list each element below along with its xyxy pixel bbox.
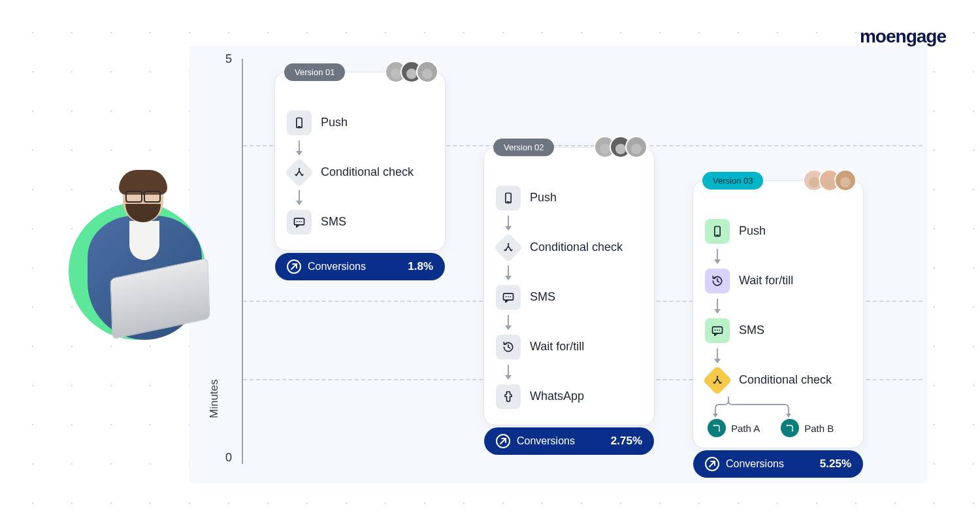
sms-icon <box>705 318 730 343</box>
connector-arrow <box>717 348 718 363</box>
svg-point-25 <box>787 425 789 427</box>
conversion-bar: Conversions 1.8% <box>275 253 445 280</box>
connector-arrow <box>299 141 300 155</box>
svg-point-18 <box>717 329 718 331</box>
svg-point-13 <box>510 296 512 297</box>
flow-step: SMS <box>287 210 433 235</box>
path-label: Path B <box>804 423 834 434</box>
hero-image <box>62 170 219 346</box>
push-icon <box>287 110 312 135</box>
svg-marker-21 <box>713 414 718 418</box>
version-pill: Version 01 <box>284 63 345 81</box>
flow-step: SMS <box>496 285 642 310</box>
flow-step: Conditional check <box>705 368 851 393</box>
svg-point-23 <box>713 425 715 427</box>
step-label: WhatsApp <box>530 389 584 404</box>
connector-arrow <box>508 265 509 280</box>
connector-arrow <box>508 365 509 379</box>
step-label: Conditional check <box>530 240 623 255</box>
flow-step: SMS <box>705 318 851 343</box>
conversion-value: 2.75% <box>611 435 642 448</box>
svg-point-9 <box>508 243 509 244</box>
svg-point-20 <box>717 376 718 377</box>
svg-point-17 <box>715 329 716 331</box>
flow-step: Wait for/till <box>705 269 851 293</box>
flow-step: Conditional check <box>496 235 642 260</box>
step-label: Push <box>321 116 348 130</box>
step-label: Push <box>530 191 557 205</box>
avatar <box>625 136 647 158</box>
connector-arrow <box>508 315 509 329</box>
wait-icon <box>705 269 730 293</box>
conditional-icon <box>284 157 314 187</box>
flow-step: Push <box>496 186 642 210</box>
path-label: Path A <box>731 423 760 434</box>
step-label: Wait for/till <box>530 340 584 354</box>
version-pill: Version 03 <box>702 172 763 190</box>
step-label: Wait for/till <box>739 274 793 288</box>
sms-icon <box>496 285 521 310</box>
svg-point-26 <box>792 430 794 432</box>
step-label: SMS <box>321 215 346 229</box>
conditional-icon <box>493 233 523 262</box>
path-icon <box>781 419 799 437</box>
path-row: Path A Path B <box>705 415 851 437</box>
arrow-up-right-icon <box>287 259 301 274</box>
push-icon <box>705 219 730 244</box>
flow-steps: PushWait for/tillSMSConditional check Pa… <box>693 210 863 448</box>
path-b: Path B <box>781 419 834 437</box>
flow-step: Wait for/till <box>496 335 642 359</box>
svg-point-5 <box>299 221 300 222</box>
flow-steps: PushConditional checkSMS <box>275 101 445 250</box>
avatar-group <box>600 136 647 158</box>
conversion-label: Conversions <box>726 458 784 470</box>
avatar <box>834 169 857 191</box>
step-label: Conditional check <box>321 165 414 180</box>
y-axis-title: Minutes <box>208 379 221 418</box>
push-icon <box>496 186 521 210</box>
connector-arrow <box>717 299 718 313</box>
svg-marker-22 <box>786 414 791 418</box>
split-connector <box>717 398 821 415</box>
y-axis <box>242 59 243 464</box>
path-icon <box>708 419 726 437</box>
conversion-value: 1.8% <box>408 260 433 273</box>
avatar-group <box>809 169 857 191</box>
avatar <box>416 61 438 83</box>
arrow-up-right-icon <box>496 434 510 448</box>
brand-logo: moengage <box>860 26 946 47</box>
flow-step: Push <box>705 219 851 244</box>
conditional-icon <box>702 365 732 395</box>
svg-point-24 <box>719 430 721 432</box>
flow-steps: PushConditional checkSMSWait for/tillWha… <box>484 176 654 425</box>
version-card-1: Version 01 PushConditional checkSMS Conv… <box>274 72 446 251</box>
svg-point-12 <box>508 296 509 297</box>
conversion-label: Conversions <box>517 435 575 447</box>
arrow-up-right-icon <box>705 457 719 471</box>
conversion-bar: Conversions 2.75% <box>484 427 654 455</box>
svg-point-4 <box>297 221 298 222</box>
path-a: Path A <box>708 419 760 437</box>
connector-arrow <box>508 216 509 230</box>
conversion-bar: Conversions 5.25% <box>693 450 863 478</box>
wait-icon <box>496 335 521 359</box>
svg-point-11 <box>506 296 507 297</box>
flow-step: Conditional check <box>287 160 433 185</box>
step-label: SMS <box>530 290 555 305</box>
flow-step: Push <box>287 110 433 135</box>
step-label: SMS <box>739 323 764 338</box>
y-axis-min: 0 <box>225 451 232 465</box>
connector-arrow <box>299 190 300 205</box>
svg-point-19 <box>719 329 721 331</box>
step-label: Conditional check <box>739 373 832 388</box>
version-card-2: Version 02 PushConditional checkSMSWait … <box>483 147 655 425</box>
connector-arrow <box>717 249 718 263</box>
step-label: Push <box>739 224 766 239</box>
flow-step: WhatsApp <box>496 384 642 409</box>
svg-point-6 <box>301 221 302 222</box>
version-pill: Version 02 <box>493 139 554 156</box>
version-card-3: Version 03 PushWait for/tillSMSCondition… <box>693 180 864 448</box>
svg-point-2 <box>299 168 300 169</box>
whatsapp-icon <box>496 384 521 409</box>
conversion-value: 5.25% <box>820 457 851 471</box>
